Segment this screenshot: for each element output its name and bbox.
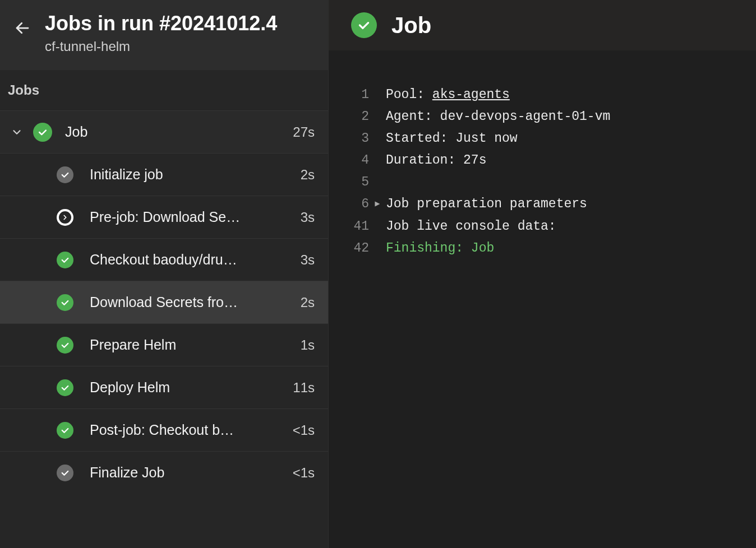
page-title: Jobs in run #20241012.4 <box>45 11 277 35</box>
pool-link[interactable]: aks-agents <box>432 87 510 102</box>
log-text: Finishing: Job <box>386 238 494 259</box>
log-text: Duration: 27s <box>386 150 486 171</box>
check-icon <box>57 252 73 268</box>
step-label: Post-job: Checkout b… <box>90 422 293 438</box>
line-number: 2 <box>329 106 374 128</box>
line-number: 6 <box>329 193 374 215</box>
step-duration: <1s <box>293 422 320 438</box>
expand-caret-icon[interactable]: ▸ <box>374 193 386 215</box>
step-label: Prepare Helm <box>90 337 301 353</box>
job-duration: 27s <box>293 124 320 140</box>
step-label: Deploy Helm <box>90 379 293 396</box>
log-line: 5 <box>329 171 756 193</box>
status-badge <box>56 465 74 481</box>
step-row[interactable]: Initialize job2s <box>0 153 328 196</box>
log-text: Job live console data: <box>386 216 556 238</box>
content-pane: Job 1Pool: aks-agents2Agent: dev-devops-… <box>329 0 756 548</box>
log-text: Agent: dev-devops-agent-01-vm <box>386 106 610 128</box>
line-number: 5 <box>329 171 374 193</box>
log-text: Started: Just now <box>386 128 518 150</box>
log-text: Job preparation parameters <box>386 193 587 215</box>
status-badge <box>56 252 74 268</box>
check-icon <box>57 337 73 354</box>
chevron-down-icon <box>8 126 26 138</box>
pipeline-name: cf-tunnel-helm <box>45 39 277 54</box>
log-viewer[interactable]: 1Pool: aks-agents2Agent: dev-devops-agen… <box>329 50 756 259</box>
line-number: 4 <box>329 150 374 171</box>
content-header: Job <box>329 0 756 50</box>
check-icon <box>57 465 73 481</box>
line-number: 1 <box>329 84 374 106</box>
log-line: 42Finishing: Job <box>329 238 756 259</box>
step-row[interactable]: Download Secrets fro…2s <box>0 281 328 323</box>
check-icon <box>37 127 48 138</box>
step-label: Finalize Job <box>90 465 293 481</box>
step-label: Checkout baoduy/dru… <box>90 252 301 268</box>
step-label: Pre-job: Download Se… <box>90 209 301 225</box>
check-icon <box>57 294 73 311</box>
sidebar-header: Jobs in run #20241012.4 cf-tunnel-helm <box>0 0 328 70</box>
status-badge <box>31 123 54 142</box>
status-badge <box>56 294 74 311</box>
step-row[interactable]: Pre-job: Download Se…3s <box>0 196 328 238</box>
step-row[interactable]: Deploy Helm11s <box>0 366 328 408</box>
step-duration: 1s <box>301 337 320 353</box>
status-badge <box>56 422 74 439</box>
log-line: 2Agent: dev-devops-agent-01-vm <box>329 106 756 128</box>
arrow-left-icon <box>14 20 31 36</box>
step-label: Initialize job <box>90 166 301 183</box>
job-label: Job <box>65 124 293 140</box>
job-row[interactable]: Job 27s <box>0 110 328 153</box>
line-number: 42 <box>329 238 374 259</box>
step-duration: 2s <box>301 167 320 183</box>
log-text: Pool: aks-agents <box>386 84 510 106</box>
check-icon <box>357 18 371 32</box>
step-row[interactable]: Finalize Job<1s <box>0 451 328 494</box>
step-row[interactable]: Checkout baoduy/dru…3s <box>0 238 328 281</box>
step-duration: 11s <box>293 380 320 396</box>
check-icon <box>57 422 73 439</box>
check-icon <box>57 166 73 183</box>
status-badge <box>351 12 377 38</box>
detail-title: Job <box>391 13 431 38</box>
step-duration: 3s <box>301 252 320 268</box>
status-badge <box>56 166 74 183</box>
log-line: 41Job live console data: <box>329 216 756 238</box>
step-duration: 2s <box>301 295 320 310</box>
log-line: 3Started: Just now <box>329 128 756 150</box>
sidebar: Jobs in run #20241012.4 cf-tunnel-helm J… <box>0 0 329 548</box>
back-button[interactable] <box>11 17 34 39</box>
step-label: Download Secrets fro… <box>90 294 301 310</box>
running-icon <box>57 209 73 226</box>
step-duration: <1s <box>293 465 320 481</box>
log-line: 6▸Job preparation parameters <box>329 193 756 215</box>
step-duration: 3s <box>301 210 320 225</box>
status-badge <box>56 209 74 226</box>
check-icon <box>57 379 73 396</box>
step-row[interactable]: Post-job: Checkout b…<1s <box>0 408 328 451</box>
step-row[interactable]: Prepare Helm1s <box>0 323 328 366</box>
log-line: 4Duration: 27s <box>329 150 756 171</box>
log-line: 1Pool: aks-agents <box>329 84 756 106</box>
line-number: 3 <box>329 128 374 150</box>
status-badge <box>56 337 74 354</box>
jobs-section-label: Jobs <box>0 70 328 110</box>
status-badge <box>56 379 74 396</box>
line-number: 41 <box>329 216 374 238</box>
